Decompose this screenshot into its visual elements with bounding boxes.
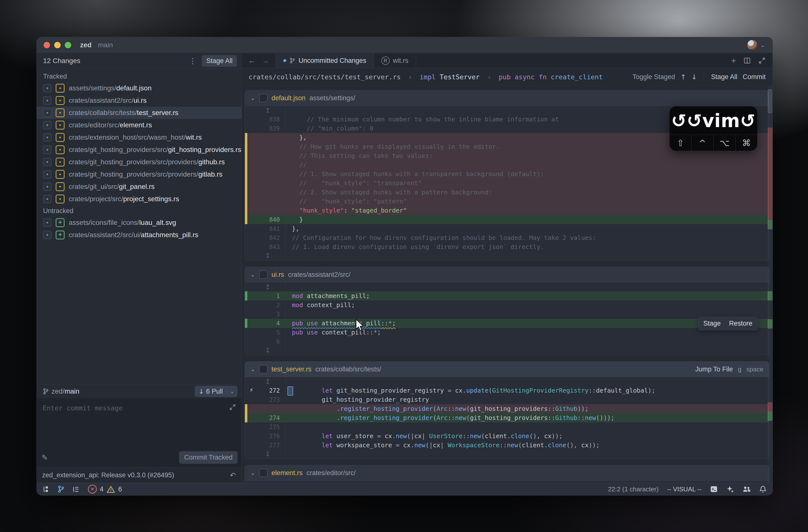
- chevron-down-icon[interactable]: ⌄: [250, 366, 255, 373]
- code-content[interactable]: mod attachments_pill;: [285, 291, 769, 300]
- assistant-sparkle-icon[interactable]: [726, 485, 734, 493]
- terminal-icon[interactable]: [710, 485, 718, 493]
- stage-checkbox[interactable]: [43, 96, 52, 105]
- file-entry[interactable]: crates/git_hosting_providers/src/provide…: [37, 168, 241, 181]
- undo-commit-icon[interactable]: ↶: [230, 471, 236, 479]
- restore-hunk-button[interactable]: Restore: [729, 319, 752, 328]
- diff-section-header[interactable]: ⌄test_server.rscrates/collab/src/tests/J…: [245, 362, 769, 377]
- file-entry[interactable]: crates/git_ui/src/git_panel.rs: [37, 181, 241, 193]
- stage-file-checkbox[interactable]: [259, 94, 268, 102]
- outline-panel-icon[interactable]: [72, 485, 79, 493]
- stage-checkbox[interactable]: [43, 195, 52, 203]
- expand-down-icon[interactable]: ↧: [265, 252, 271, 260]
- code-content[interactable]: //: [285, 160, 769, 169]
- expand-down-icon[interactable]: ↧: [265, 347, 271, 354]
- code-content[interactable]: [285, 310, 769, 319]
- file-entry[interactable]: crates/project/src/project_settings.rs: [37, 193, 241, 205]
- stage-all-button[interactable]: Stage All: [202, 55, 237, 67]
- code-content[interactable]: let git_hosting_provider_registry = cx.u…: [285, 386, 769, 395]
- code-content[interactable]: // "hunk_style": "pattern": [285, 197, 769, 206]
- commit-button-toolbar[interactable]: Commit: [743, 73, 766, 81]
- diff-section-header[interactable]: ⌄ui.rscrates/assistant2/src/: [245, 267, 769, 282]
- breadcrumb[interactable]: crates/collab/src/tests/test_server.rs ›…: [242, 68, 773, 86]
- expand-up-icon[interactable]: ↥: [265, 481, 271, 483]
- code-content[interactable]: // 2. Show unstaged hunks with a pattern…: [285, 188, 769, 197]
- pull-button[interactable]: ↓6Pull ⌄: [195, 386, 237, 397]
- stage-checkbox[interactable]: [43, 133, 52, 142]
- stage-checkbox[interactable]: [43, 109, 52, 117]
- git-panel-icon-active[interactable]: [57, 485, 65, 493]
- tab-wit-rs[interactable]: R wit.rs: [374, 53, 416, 68]
- code-content[interactable]: }: [285, 215, 769, 224]
- recent-commit-message[interactable]: zed_extension_api: Release v0.3.0 (#2649…: [42, 472, 174, 479]
- file-entry[interactable]: assets/settings/default.json: [37, 82, 241, 94]
- expand-up-icon[interactable]: ↥: [265, 283, 271, 291]
- commit-tracked-button[interactable]: Commit Tracked: [179, 451, 237, 464]
- code-content[interactable]: // Configuration for how direnv configur…: [285, 233, 769, 242]
- scrollbar-thumb[interactable]: [768, 89, 772, 113]
- pull-options-chevron[interactable]: ⌄: [227, 388, 237, 395]
- minimize-window-button[interactable]: [54, 42, 60, 48]
- diff-section-header[interactable]: ⌄default.jsonassets/settings/: [245, 90, 769, 106]
- code-content[interactable]: .register_hosting_provider(Arc::new(git_…: [285, 413, 769, 422]
- close-window-button[interactable]: [43, 42, 50, 48]
- overflow-menu-icon[interactable]: ⋮: [187, 57, 198, 65]
- expand-commit-editor-icon[interactable]: [229, 404, 236, 410]
- code-content[interactable]: // "hunk_style": "transparent": [285, 179, 769, 188]
- expand-up-icon[interactable]: ↥: [265, 107, 271, 114]
- file-entry[interactable]: crates/collab/src/tests/test_server.rs: [37, 107, 241, 119]
- expand-down-icon[interactable]: ↧: [265, 451, 271, 458]
- code-content[interactable]: let user_store = cx.new(|cx| UserStore::…: [285, 432, 769, 441]
- stage-checkbox[interactable]: [43, 121, 52, 129]
- chevron-down-icon[interactable]: ⌄: [760, 42, 765, 49]
- stage-hunk-button[interactable]: Stage: [703, 319, 721, 328]
- stage-checkbox[interactable]: [43, 146, 52, 154]
- code-content[interactable]: // 1. Load direnv configuration using `d…: [285, 242, 769, 252]
- chevron-down-icon[interactable]: ⌄: [250, 95, 255, 102]
- stage-checkbox[interactable]: [43, 158, 52, 166]
- branch-selector[interactable]: zed/main: [52, 387, 79, 395]
- tab-uncommitted-changes[interactable]: Uncommitted Changes: [276, 53, 374, 68]
- code-content[interactable]: },: [285, 224, 769, 233]
- notification-bell-icon[interactable]: [759, 485, 767, 493]
- code-content[interactable]: // 1. Show unstaged hunks with a transpa…: [285, 169, 769, 179]
- collaboration-people-icon[interactable]: [742, 485, 751, 493]
- new-tab-icon[interactable]: +: [731, 56, 736, 66]
- stage-checkbox[interactable]: [43, 170, 52, 179]
- stage-file-checkbox[interactable]: [259, 469, 268, 477]
- file-entry[interactable]: crates/assistant2/src/ui.rs: [37, 94, 241, 107]
- nav-forward-icon[interactable]: →: [262, 56, 269, 65]
- project-panel-icon[interactable]: [43, 485, 50, 493]
- code-content[interactable]: .register_hosting_provider(Arc::new(git_…: [285, 404, 769, 413]
- stage-checkbox[interactable]: [43, 231, 52, 239]
- toggle-staged-button[interactable]: Toggle Staged: [632, 73, 675, 81]
- editor-scrollbar[interactable]: [768, 86, 773, 483]
- file-entry[interactable]: +crates/assistant2/src/ui/attachments_pi…: [37, 229, 241, 241]
- prev-hunk-icon[interactable]: ↑: [680, 73, 686, 81]
- split-pane-icon[interactable]: [743, 57, 751, 64]
- expand-up-icon[interactable]: ↥: [265, 378, 271, 385]
- generate-commit-message-icon[interactable]: ✎: [42, 453, 48, 462]
- commit-message-editor[interactable]: Enter commit message ✎ Commit Tracked: [37, 398, 241, 467]
- code-content[interactable]: "hunk_style": "staged_border": [285, 206, 769, 215]
- stage-all-button-toolbar[interactable]: Stage All: [711, 73, 737, 81]
- expand-pane-icon[interactable]: [758, 57, 766, 64]
- file-entry[interactable]: +assets/icons/file_icons/luau_alt.svg: [37, 217, 241, 229]
- stage-checkbox[interactable]: [43, 183, 52, 191]
- code-content[interactable]: git_hosting_provider_registry: [285, 395, 769, 404]
- code-content[interactable]: [285, 422, 769, 432]
- next-hunk-icon[interactable]: ↓: [692, 73, 697, 81]
- user-avatar[interactable]: [747, 40, 758, 51]
- file-entry[interactable]: crates/editor/src/element.rs: [37, 119, 241, 131]
- nav-back-icon[interactable]: ←: [248, 56, 255, 65]
- stage-checkbox[interactable]: [43, 218, 52, 227]
- jump-to-file-button[interactable]: Jump To File: [695, 366, 733, 373]
- chevron-down-icon[interactable]: ⌄: [250, 470, 255, 476]
- code-content[interactable]: let workspace_store = cx.new(|cx| Worksp…: [285, 441, 769, 450]
- diagnostics-summary[interactable]: ✕ 4 ! 6: [88, 485, 122, 494]
- code-action-bolt-icon[interactable]: ⚡: [249, 387, 254, 393]
- stage-file-checkbox[interactable]: [259, 365, 268, 373]
- code-content[interactable]: [285, 337, 769, 346]
- chevron-down-icon[interactable]: ⌄: [250, 271, 255, 278]
- code-content[interactable]: // This setting can take two values:: [285, 151, 769, 160]
